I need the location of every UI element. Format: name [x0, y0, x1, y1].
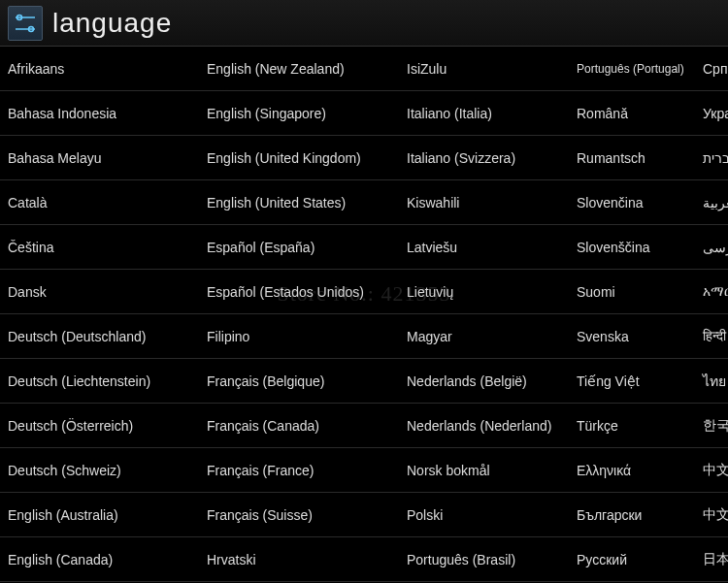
language-option[interactable]: Deutsch (Liechtenstein)	[0, 359, 199, 404]
language-option[interactable]: Українська	[695, 91, 728, 136]
language-option[interactable]: Français (France)	[199, 448, 399, 493]
language-option[interactable]: Ελληνικά	[569, 448, 695, 493]
language-option[interactable]: Slovenčina	[569, 180, 695, 225]
language-option[interactable]: Български	[569, 493, 695, 537]
language-option[interactable]: Français (Suisse)	[199, 493, 399, 537]
language-option[interactable]: हिन्दी	[695, 314, 728, 359]
language-option[interactable]: Bahasa Indonesia	[0, 91, 199, 136]
language-option[interactable]: 中文 (繁體)	[695, 493, 728, 537]
language-option[interactable]: Deutsch (Österreich)	[0, 404, 199, 448]
language-option[interactable]: Bahasa Melayu	[0, 136, 199, 180]
language-option[interactable]: Magyar	[399, 314, 569, 359]
language-option[interactable]: Čeština	[0, 225, 199, 270]
language-option[interactable]: Tiếng Việt	[569, 359, 695, 404]
language-option[interactable]: Latviešu	[399, 225, 569, 270]
language-option[interactable]: 한국어	[695, 404, 728, 448]
language-option[interactable]: 日本語	[695, 537, 728, 582]
language-option[interactable]: Lietuvių	[399, 270, 569, 314]
language-option[interactable]: Русский	[569, 537, 695, 582]
language-option[interactable]: English (New Zealand)	[199, 47, 399, 91]
language-option[interactable]: Català	[0, 180, 199, 225]
language-option[interactable]: Português (Portugal)	[569, 47, 695, 91]
language-option[interactable]: Norsk bokmål	[399, 448, 569, 493]
language-option[interactable]: Afrikaans	[0, 47, 199, 91]
language-option[interactable]: فارسی	[695, 225, 728, 270]
language-option[interactable]: English (Canada)	[0, 537, 199, 582]
language-option[interactable]: Română	[569, 91, 695, 136]
language-option[interactable]: 中文 (简体)	[695, 448, 728, 493]
language-option[interactable]: العربية	[695, 180, 728, 225]
language-option[interactable]: English (Australia)	[0, 493, 199, 537]
language-option[interactable]: Polski	[399, 493, 569, 537]
language-option[interactable]: Italiano (Italia)	[399, 91, 569, 136]
language-option[interactable]: IsiZulu	[399, 47, 569, 91]
language-option[interactable]: Suomi	[569, 270, 695, 314]
language-option[interactable]: Türkçe	[569, 404, 695, 448]
language-option[interactable]: Deutsch (Schweiz)	[0, 448, 199, 493]
language-option[interactable]: ไทย	[695, 359, 728, 404]
language-option[interactable]: Deutsch (Deutschland)	[0, 314, 199, 359]
language-option[interactable]: English (Singapore)	[199, 91, 399, 136]
language-option[interactable]: Nederlands (België)	[399, 359, 569, 404]
language-option[interactable]: Filipino	[199, 314, 399, 359]
language-option[interactable]: Rumantsch	[569, 136, 695, 180]
language-option[interactable]: Português (Brasil)	[399, 537, 569, 582]
language-option[interactable]: English (United Kingdom)	[199, 136, 399, 180]
language-option[interactable]: Kiswahili	[399, 180, 569, 225]
page-title: language	[52, 8, 172, 39]
settings-sliders-icon	[8, 6, 43, 41]
language-option[interactable]: Français (Belgique)	[199, 359, 399, 404]
language-option[interactable]: Slovenščina	[569, 225, 695, 270]
language-option[interactable]: Hrvatski	[199, 537, 399, 582]
language-option[interactable]: Српски	[695, 47, 728, 91]
language-option[interactable]: Dansk	[0, 270, 199, 314]
language-option[interactable]: English (United States)	[199, 180, 399, 225]
language-option[interactable]: Nederlands (Nederland)	[399, 404, 569, 448]
language-grid: AfrikaansEnglish (New Zealand)IsiZuluPor…	[0, 47, 728, 582]
language-option[interactable]: Español (España)	[199, 225, 399, 270]
header: language	[0, 0, 728, 47]
language-option[interactable]: Français (Canada)	[199, 404, 399, 448]
language-option[interactable]: Svenska	[569, 314, 695, 359]
language-option[interactable]: አማርኛ	[695, 270, 728, 314]
language-option[interactable]: Español (Estados Unidos)	[199, 270, 399, 314]
language-option[interactable]: עברית	[695, 136, 728, 180]
language-option[interactable]: Italiano (Svizzera)	[399, 136, 569, 180]
